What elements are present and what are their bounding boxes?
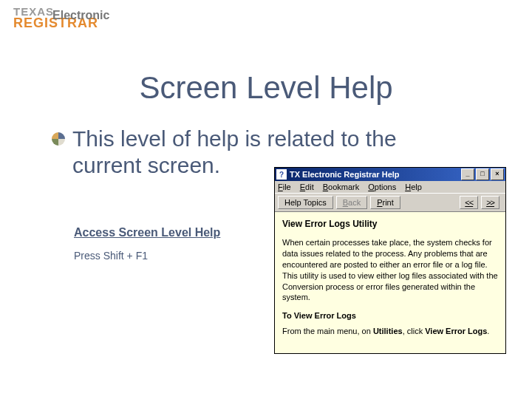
help-heading: View Error Logs Utility (282, 218, 498, 230)
step-strong-view-error-logs: View Error Logs (425, 327, 487, 335)
back-button[interactable]: Back (336, 196, 367, 209)
toolbar: Help Topics Back Print << >> (275, 193, 505, 212)
pie-bullet-icon (52, 132, 65, 146)
print-button[interactable]: Print (370, 196, 400, 209)
help-subheading: To View Error Logs (282, 310, 498, 321)
step-strong-utilities: Utilities (373, 327, 403, 335)
logo: TEXASElectronic REGISTRAR (13, 6, 111, 30)
slide: TEXASElectronic REGISTRAR Screen Level H… (0, 0, 532, 399)
step-prefix: From the main menu, on (282, 327, 373, 335)
step-suffix: . (487, 327, 489, 335)
toolbar-spacer (403, 196, 460, 209)
window-caption: TX Electronic Registrar Help (290, 170, 460, 179)
instruction-block: Access Screen Level Help Press Shift + F… (74, 226, 266, 262)
instruction-body: Press Shift + F1 (74, 250, 266, 262)
help-step: From the main menu, on Utilities, click … (282, 326, 498, 337)
menu-options[interactable]: Options (368, 183, 396, 191)
maximize-button[interactable]: □ (476, 168, 489, 180)
instruction-heading: Access Screen Level Help (74, 226, 266, 239)
menu-bookmark[interactable]: Bookmark (323, 183, 360, 191)
step-mid: , click (403, 327, 426, 335)
menu-edit[interactable]: Edit (300, 183, 314, 191)
help-app-icon: ? (276, 169, 287, 180)
close-button[interactable]: × (491, 168, 504, 180)
menubar: File Edit Bookmark Options Help (275, 181, 505, 193)
help-paragraph: When certain processes take place, the s… (282, 237, 498, 303)
window-buttons: _ □ × (460, 168, 504, 180)
titlebar[interactable]: ? TX Electronic Registrar Help _ □ × (275, 168, 505, 181)
menu-help[interactable]: Help (405, 183, 422, 191)
prev-button[interactable]: << (460, 196, 478, 209)
menu-file[interactable]: File (278, 183, 291, 191)
help-window: ? TX Electronic Registrar Help _ □ × Fil… (274, 167, 506, 354)
next-button[interactable]: >> (481, 196, 499, 209)
help-topics-button[interactable]: Help Topics (278, 196, 333, 209)
minimize-button[interactable]: _ (461, 168, 474, 180)
help-content: View Error Logs Utility When certain pro… (275, 212, 505, 353)
page-title: Screen Level Help (0, 70, 532, 106)
logo-electronic: Electronic (52, 9, 109, 21)
